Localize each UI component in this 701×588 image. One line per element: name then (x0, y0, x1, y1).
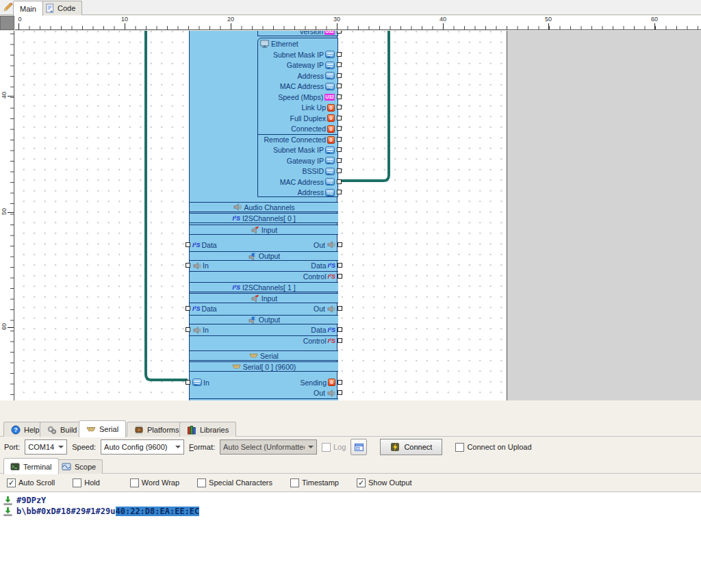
pin-row[interactable]: Gateway IP (258, 155, 337, 166)
pin-square[interactable] (337, 126, 342, 131)
pin-row[interactable]: Subnet Mask IP (258, 145, 337, 156)
input-header[interactable]: Input (190, 293, 338, 303)
pin-square[interactable] (337, 31, 342, 34)
connect-on-upload-group[interactable]: Connect on Upload (455, 443, 531, 452)
pin-row-mac-connected[interactable]: MAC Address (258, 177, 337, 188)
serial-pin-row[interactable]: Out (190, 388, 338, 398)
tab-terminal[interactable]: Terminal (3, 458, 59, 474)
pin-square[interactable] (337, 84, 342, 88)
io-pin-row[interactable]: In DataI²S (190, 325, 338, 335)
pin-square[interactable] (337, 327, 342, 332)
pin-row[interactable]: Address (258, 188, 337, 199)
tab-build[interactable]: Build (40, 422, 84, 437)
pin-square[interactable] (186, 263, 190, 268)
io-pin-row[interactable]: I²S Data Out (190, 240, 338, 250)
pin-square[interactable] (186, 306, 190, 311)
i2s-channel-1-header[interactable]: I²S I2SChannels[ 1 ] (190, 282, 338, 292)
pin-row[interactable]: Remote Connected0 (258, 134, 337, 145)
output-header[interactable]: Output (190, 251, 338, 261)
control-pin-row[interactable]: ControlI²S (190, 335, 338, 345)
audio-channels-header[interactable]: Audio Channels (190, 202, 338, 212)
pin-square[interactable] (337, 62, 342, 67)
component-block[interactable]: Version U32 Ethernet Subnet Mask IP Gate… (189, 31, 337, 400)
pin-square[interactable] (337, 168, 342, 173)
pin-square[interactable] (337, 73, 342, 78)
log-checkbox[interactable] (322, 443, 331, 452)
word-wrap-checkbox[interactable] (130, 478, 139, 487)
pin-square[interactable] (337, 147, 342, 152)
pin-row[interactable]: MAC Address (258, 81, 337, 92)
output-header[interactable]: Output (190, 315, 338, 324)
auto-scroll-checkbox[interactable]: ✓ (7, 478, 16, 487)
timestamp-checkbox[interactable] (290, 478, 299, 487)
tab-libraries[interactable]: Libraries (179, 422, 236, 437)
special-characters-group[interactable]: Special Characters (197, 478, 272, 487)
show-output-group[interactable]: ✓Show Output (357, 478, 412, 487)
connect-on-upload-checkbox[interactable] (455, 443, 464, 452)
pin-square[interactable] (337, 263, 342, 268)
open-window-button[interactable] (350, 439, 367, 455)
wire-mac-address[interactable] (339, 31, 389, 181)
show-output-checkbox[interactable]: ✓ (357, 478, 366, 487)
tab-platforms[interactable]: Platforms (127, 422, 186, 437)
pin-square[interactable] (337, 52, 342, 57)
word-wrap-group[interactable]: Word Wrap (130, 478, 179, 487)
pin-row[interactable]: Speed (Mbps)U32 (258, 92, 337, 103)
pin-square[interactable] (337, 94, 342, 99)
control-pin-row[interactable]: ControlI²S (190, 271, 338, 281)
tab-code[interactable]: Code (38, 1, 82, 15)
pin-square-connected[interactable] (186, 380, 190, 385)
pin-row[interactable]: Subnet Mask IP (258, 49, 337, 60)
pin-square[interactable] (337, 105, 342, 110)
hold-checkbox[interactable] (73, 478, 81, 487)
tab-serial[interactable]: Serial (79, 420, 126, 437)
pin-square[interactable] (337, 158, 342, 163)
pin-square[interactable] (337, 242, 342, 247)
pin-square[interactable] (337, 380, 342, 385)
wire-serial-in[interactable] (146, 31, 188, 380)
log-checkbox-group[interactable]: Log (322, 443, 346, 452)
tab-scope-label: Scope (75, 463, 96, 471)
tab-main[interactable]: Main (13, 1, 43, 16)
io-pin-row[interactable]: In DataI²S (190, 261, 338, 270)
pin-square[interactable] (186, 327, 190, 332)
special-characters-checkbox[interactable] (197, 478, 206, 487)
pin-square[interactable] (186, 242, 190, 247)
pin-row[interactable]: Connected0 (258, 124, 337, 135)
connect-button[interactable]: Connect (380, 439, 442, 455)
pin-row[interactable]: Link Up0 (258, 103, 337, 114)
tab-scope[interactable]: Scope (55, 459, 103, 474)
input-header[interactable]: Input (190, 225, 338, 235)
digital-pin-icon: 0 (328, 379, 335, 386)
ethernet-subcomponent[interactable]: Ethernet Subnet Mask IP Gateway IP Addre… (257, 38, 338, 197)
terminal-output[interactable]: #9DPzY b\bb#0xD#18#29#1#29u40:22:D8:EA:E… (0, 491, 701, 588)
timestamp-group[interactable]: Timestamp (290, 478, 339, 487)
design-canvas[interactable]: Version U32 Ethernet Subnet Mask IP Gate… (15, 31, 701, 400)
pin-square[interactable] (337, 190, 342, 194)
io-pin-row[interactable]: I²S Data Out (190, 304, 338, 314)
speed-select[interactable]: Auto Config (9600) (101, 439, 184, 455)
serial-channel-0-header[interactable]: Serial[ 0 ] (9600) (190, 361, 338, 372)
serial-header[interactable]: Serial (190, 350, 338, 361)
auto-scroll-group[interactable]: ✓Auto Scroll (7, 478, 55, 487)
hold-group[interactable]: Hold (73, 478, 100, 487)
pin-square[interactable] (337, 390, 342, 395)
pin-row[interactable]: Full Duplex0 (258, 113, 337, 124)
pin-row[interactable]: BSSID (258, 166, 337, 177)
pin-square[interactable] (337, 306, 342, 311)
pin-square[interactable] (337, 116, 342, 120)
pin-square[interactable] (337, 179, 342, 184)
pin-row[interactable]: Gateway IP (258, 60, 337, 71)
control-pin-label: Control (303, 272, 327, 281)
port-select[interactable]: COM14 (25, 439, 67, 455)
digital-pin-icon: 0 (327, 114, 335, 122)
i2s-channel-0-header[interactable]: I²S I2SChannels[ 0 ] (190, 213, 338, 223)
pin-square[interactable] (337, 137, 342, 142)
format-select[interactable]: Auto Select (Unformattec (220, 439, 317, 455)
version-pin-row[interactable]: Version U32 (257, 31, 338, 36)
terminal-line-text: #9DPzY (16, 496, 46, 505)
pin-row[interactable]: Address (258, 71, 337, 81)
pin-square[interactable] (337, 274, 342, 279)
serial-pin-row[interactable]: In Sending0 (190, 377, 338, 387)
pin-square[interactable] (337, 338, 342, 343)
